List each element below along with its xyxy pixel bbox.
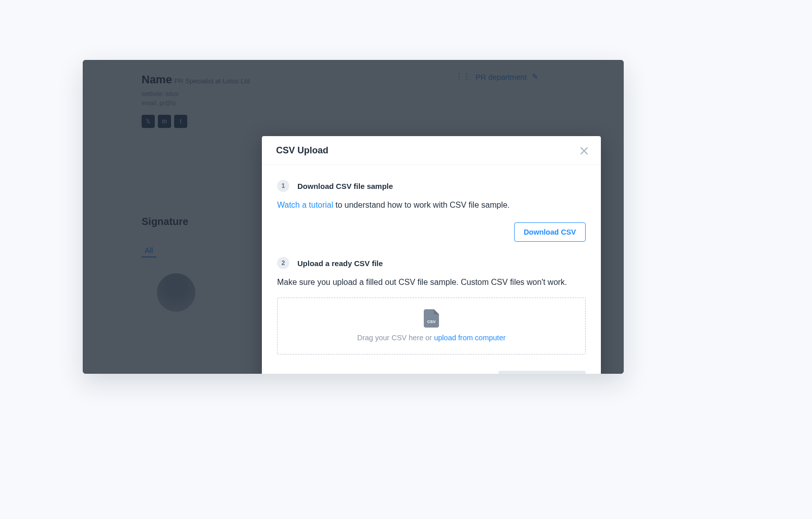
download-csv-button[interactable]: Download CSV: [514, 222, 586, 242]
csv-file-icon: CSV: [283, 309, 580, 328]
dropzone-prefix: Drag your CSV here or: [357, 334, 434, 342]
step-2-header: 2 Upload a ready CSV file: [277, 257, 586, 269]
csv-upload-modal: CSV Upload 1 Download CSV file sample Wa…: [262, 136, 601, 374]
modal-title: CSV Upload: [276, 145, 328, 156]
step-1-rest: to understand how to work with CSV file …: [333, 201, 510, 209]
step-2-title: Upload a ready CSV file: [297, 259, 383, 268]
csv-dropzone[interactable]: CSV Drag your CSV here or upload from co…: [277, 298, 586, 354]
upload-from-computer-link[interactable]: upload from computer: [434, 334, 505, 342]
step-1-header: 1 Download CSV file sample: [277, 180, 586, 192]
dropzone-text: Drag your CSV here or upload from comput…: [283, 334, 580, 342]
step-1-badge: 1: [277, 180, 289, 192]
step-1-title: Download CSV file sample: [297, 182, 393, 190]
step-2-badge: 2: [277, 257, 289, 269]
watch-tutorial-link[interactable]: Watch a tutorial: [277, 201, 333, 209]
modal-header: CSV Upload: [262, 136, 601, 165]
step-2-description: Make sure you upload a filled out CSV fi…: [277, 276, 586, 288]
modal-footer: Cancel Create Signatures: [262, 360, 601, 374]
app-frame: Name PR Specialist at Lotus Ltd website:…: [83, 60, 624, 374]
step-1-description: Watch a tutorial to understand how to wo…: [277, 199, 586, 211]
stage: Name PR Specialist at Lotus Ltd website:…: [0, 0, 812, 519]
cancel-button[interactable]: Cancel: [455, 372, 486, 374]
close-icon[interactable]: [580, 146, 589, 155]
svg-text:CSV: CSV: [427, 319, 436, 324]
create-signatures-button[interactable]: Create Signatures: [498, 371, 586, 374]
modal-body: 1 Download CSV file sample Watch a tutor…: [262, 165, 601, 360]
